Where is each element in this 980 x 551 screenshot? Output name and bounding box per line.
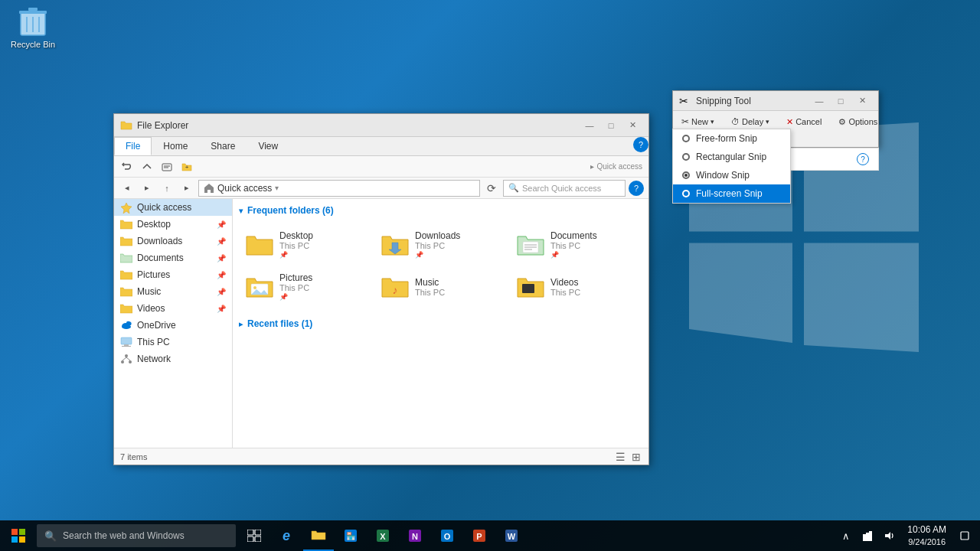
tab-view[interactable]: View	[247, 137, 289, 155]
snip-option-window[interactable]: Window Snip	[673, 166, 790, 184]
svg-point-14	[122, 324, 131, 329]
tab-share[interactable]: Share	[199, 137, 247, 155]
sidebar-item-pictures[interactable]: Pictures 📌	[114, 266, 232, 283]
back-folder-button[interactable]	[119, 158, 136, 175]
address-help-button[interactable]: ?	[629, 181, 644, 196]
svg-rect-30	[522, 284, 534, 293]
options-button[interactable]: ⚙ Options	[833, 113, 883, 130]
excel-button[interactable]: X	[368, 520, 398, 551]
search-box[interactable]: 🔍 Search Quick access	[503, 180, 626, 197]
minimize-button[interactable]: —	[580, 118, 599, 133]
snip-option-fullscreen[interactable]: Full-screen Snip	[673, 184, 790, 203]
sidebar: Quick access Desktop 📌 Downloads 📌	[114, 199, 233, 448]
tray-volume-icon[interactable]	[880, 520, 898, 551]
svg-text:🏪: 🏪	[346, 531, 356, 541]
word-button[interactable]: W	[496, 520, 527, 551]
address-text: Quick access	[217, 183, 272, 194]
up-nav-button[interactable]: ↑	[158, 180, 175, 197]
recent-files-label: Recent files (1)	[247, 318, 312, 329]
sidebar-item-videos[interactable]: Videos 📌	[114, 300, 232, 317]
back-nav-button[interactable]: ◂	[119, 180, 136, 197]
sidebar-item-desktop[interactable]: Desktop 📌	[114, 216, 232, 233]
taskbar-search[interactable]: 🔍 Search the web and Windows	[37, 524, 236, 547]
recent-nav-button[interactable]: ▸	[178, 180, 195, 197]
folder-downloads[interactable]: Downloads This PC 📌	[374, 225, 507, 264]
folder-music[interactable]: ♪ Music This PC	[374, 267, 507, 306]
freeform-radio	[682, 135, 690, 142]
maximize-button[interactable]: □	[601, 118, 621, 133]
tray-network-icon[interactable]	[858, 520, 877, 551]
snipping-minimize-button[interactable]: —	[809, 93, 829, 109]
onenote-button[interactable]: N	[400, 520, 430, 551]
folder-documents-location: This PC	[550, 241, 597, 250]
snip-option-rectangular[interactable]: Rectangular Snip	[673, 148, 790, 166]
pin-icon-4: 📌	[217, 271, 226, 279]
notifications-button[interactable]	[956, 520, 974, 551]
sidebar-item-onedrive[interactable]: OneDrive	[114, 317, 232, 334]
snip-option-freeform[interactable]: Free-form Snip	[673, 129, 790, 148]
folder-desktop-info: Desktop This PC 📌	[279, 230, 313, 259]
snipping-close-button[interactable]: ✕	[852, 93, 872, 109]
folder-desktop[interactable]: Desktop This PC 📌	[239, 225, 371, 264]
store-button[interactable]: 🏪	[335, 520, 366, 551]
sidebar-item-network[interactable]: Network	[114, 350, 232, 367]
downloads-folder-icon	[120, 235, 132, 247]
tray-chevron[interactable]: ∧	[837, 520, 855, 551]
task-view-button[interactable]	[239, 520, 270, 551]
delay-button[interactable]: ⏱ Delay ▾	[726, 113, 775, 130]
folder-documents[interactable]: Documents This PC 📌	[510, 225, 642, 264]
file-explorer-button[interactable]	[303, 520, 334, 551]
tab-home[interactable]: Home	[152, 137, 199, 155]
edge-button[interactable]: e	[271, 520, 302, 551]
folder-videos[interactable]: Videos This PC	[510, 267, 642, 306]
powerpoint-button[interactable]: P	[464, 520, 495, 551]
folder-pictures-location: This PC	[279, 283, 312, 292]
sidebar-item-downloads[interactable]: Downloads 📌	[114, 233, 232, 249]
ribbon-tabs: File Home Share View ?	[114, 137, 648, 156]
recycle-bin-icon[interactable]: Recycle Bin	[6, 6, 60, 49]
pin-icon-5: 📌	[217, 288, 226, 296]
svg-rect-56	[961, 532, 969, 540]
section-chevron-recent[interactable]: ▸	[239, 320, 243, 328]
grid-view-button[interactable]: ⊞	[630, 451, 642, 463]
rectangular-radio	[682, 153, 690, 161]
folder-documents-name: Documents	[550, 230, 597, 241]
ribbon-help-button[interactable]: ?	[633, 137, 648, 152]
tray-clock[interactable]: 10:06 AM 9/24/2016	[901, 524, 952, 547]
section-chevron-folders[interactable]: ▾	[239, 207, 243, 215]
refresh-button[interactable]: ⟳	[483, 180, 500, 197]
svg-rect-39	[255, 536, 261, 542]
new-chevron-icon: ▾	[710, 118, 714, 126]
list-view-button[interactable]: ☰	[614, 451, 627, 463]
close-button[interactable]: ✕	[622, 118, 642, 133]
folder-pictures[interactable]: Pictures This PC 📌	[239, 267, 371, 306]
file-explorer-title: File Explorer	[137, 120, 580, 131]
start-button[interactable]	[0, 520, 37, 551]
new-snip-button[interactable]: ✂ New ▾	[676, 113, 720, 130]
svg-rect-33	[19, 529, 25, 535]
frequent-folders-label: Frequent folders (6)	[247, 205, 334, 216]
search-placeholder: Search Quick access	[522, 184, 601, 193]
new-folder-button[interactable]: +	[178, 158, 195, 175]
folder-downloads-location: This PC	[415, 241, 460, 250]
tab-file[interactable]: File	[114, 137, 152, 155]
address-box[interactable]: Quick access ▾	[198, 180, 480, 197]
snipping-info-help[interactable]: ?	[857, 153, 869, 165]
outlook-button[interactable]: O	[432, 520, 462, 551]
taskbar-search-placeholder: Search the web and Windows	[63, 530, 185, 541]
this-pc-icon	[120, 336, 132, 348]
sidebar-item-documents[interactable]: Documents 📌	[114, 249, 232, 266]
snipping-maximize-button[interactable]: □	[831, 93, 851, 109]
cancel-icon: ✕	[786, 117, 793, 127]
properties-button[interactable]	[158, 158, 175, 175]
up-button[interactable]	[139, 158, 155, 175]
sidebar-item-this-pc[interactable]: This PC	[114, 334, 232, 350]
cancel-button[interactable]: ✕ Cancel	[781, 113, 827, 130]
sidebar-item-music[interactable]: Music 📌	[114, 283, 232, 300]
status-bar: 7 items ☰ ⊞	[114, 448, 648, 465]
snipping-tool-title: Snipping Tool	[696, 96, 809, 106]
svg-point-18	[125, 354, 128, 357]
sidebar-item-quick-access[interactable]: Quick access	[114, 199, 232, 216]
forward-nav-button[interactable]: ▸	[139, 180, 155, 197]
svg-rect-35	[19, 536, 25, 543]
